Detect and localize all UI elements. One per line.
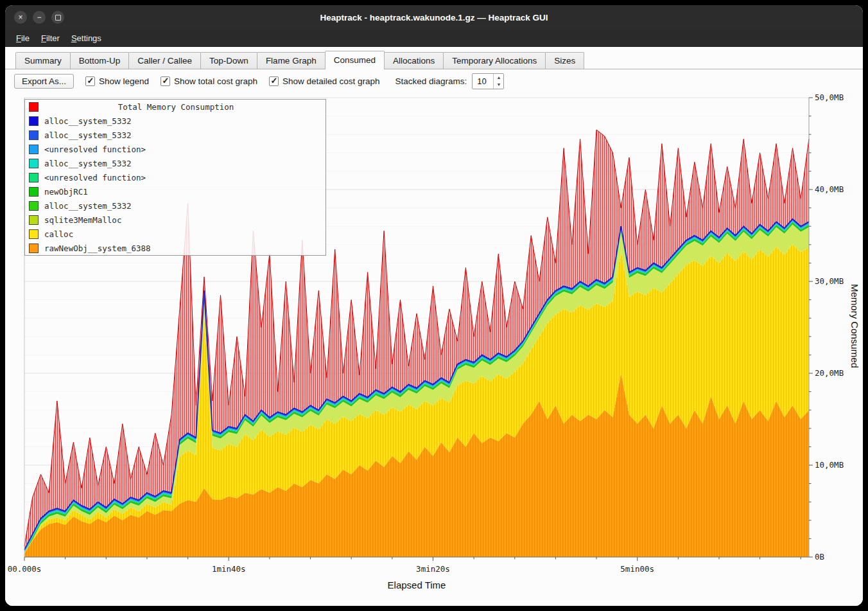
show-legend-label: Show legend [99,76,149,86]
y-tick-label: 10,0MB [815,460,844,470]
legend-swatch [29,229,39,239]
checkbox-show-detailed-cost[interactable]: Show detailed cost graph [269,76,380,86]
show-detailed-cost-label: Show detailed cost graph [282,76,380,86]
legend-label: alloc__system_5332 [44,159,131,168]
export-as-button[interactable]: Export As... [14,74,74,89]
maximize-button[interactable] [51,11,64,24]
window-titlebar[interactable]: × − Heaptrack - heaptrack.wakunode.1.gz … [5,5,863,30]
tab-caller-callee[interactable]: Caller / Callee [128,52,201,69]
legend-row: alloc__system_5332 [25,156,326,170]
legend-row: <unresolved function> [25,170,326,184]
spinbox-buttons: ▲ ▼ [493,74,503,89]
show-legend-checkbox[interactable] [85,76,95,86]
legend-swatch [29,215,39,225]
chart-area: 0B10,0MB20,0MB30,0MB40,0MB50,0MB00.000s1… [5,93,863,606]
minimize-icon: − [37,13,41,21]
y-tick-label: 50,0MB [815,93,844,102]
legend-row: calloc [25,227,326,241]
legend-row: alloc__system_5332 [25,114,326,128]
legend-label: calloc [44,229,73,239]
legend-label: newObjRC1 [44,187,88,197]
legend-row: sqlite3MemMalloc [25,213,326,227]
legend-row: rawNewObj__system_6388 [25,241,326,255]
menu-item-file[interactable]: File [10,31,35,46]
legend-swatch [29,145,39,154]
legend-swatch [29,159,39,168]
menubar: File Filter Settings [5,30,863,47]
x-tick-label: 3min20s [416,564,450,574]
tab-flame-graph[interactable]: Flame Graph [257,52,326,69]
legend-swatch-total [29,102,39,112]
app-window: × − Heaptrack - heaptrack.wakunode.1.gz … [5,5,863,606]
tab-allocations[interactable]: Allocations [384,52,444,69]
y-tick-label: 30,0MB [815,276,844,286]
tab-temporary-allocations[interactable]: Temporary Allocations [443,52,546,69]
legend-row: <unresolved function> [25,142,326,156]
close-button[interactable]: × [14,11,27,24]
window-title: Heaptrack - heaptrack.wakunode.1.gz — He… [320,13,548,22]
window-controls: × − [14,11,64,24]
maximize-icon [55,15,61,21]
y-axis-label: Memory Consumed [849,284,860,368]
stacked-diagrams-spinbox[interactable]: 10 ▲ ▼ [472,73,504,89]
spin-down-icon[interactable]: ▼ [494,81,503,89]
y-tick-label: 0B [815,552,824,562]
legend-label: <unresolved function> [44,173,146,182]
show-total-cost-label: Show total cost graph [174,76,257,86]
tab-summary[interactable]: Summary [15,52,71,69]
legend-label: alloc__system_5332 [44,201,131,211]
x-axis-label: Elapsed Time [24,580,809,590]
legend-swatch [29,173,39,182]
legend-swatch [29,201,39,211]
stacked-diagrams-label: Stacked diagrams: [395,76,467,86]
legend-row: alloc__system_5332 [25,128,326,142]
menu-item-filter[interactable]: Filter [35,31,65,46]
legend-row: newObjRC1 [25,184,326,199]
tab-sizes[interactable]: Sizes [545,52,584,69]
y-tick-label: 40,0MB [815,184,844,194]
legend-label: rawNewObj__system_6388 [44,244,151,253]
tab-bar: Summary Bottom-Up Caller / Callee Top-Do… [5,47,863,69]
legend-label: alloc__system_5332 [44,116,131,126]
legend-label: sqlite3MemMalloc [44,215,121,225]
checkbox-show-total-cost[interactable]: Show total cost graph [161,76,257,86]
legend-title-row: Total Memory Consumption [25,100,326,114]
menu-item-settings[interactable]: Settings [65,31,107,46]
tab-consumed[interactable]: Consumed [325,51,385,69]
legend-swatch [29,130,39,140]
tab-bottom-up[interactable]: Bottom-Up [70,52,130,69]
legend-swatch [29,244,39,253]
legend-swatch [29,116,39,126]
minimize-button[interactable]: − [33,11,46,24]
legend-row: alloc__system_5332 [25,199,326,213]
legend-title: Total Memory Consumption [44,102,322,112]
show-detailed-cost-checkbox[interactable] [269,76,279,86]
tab-top-down[interactable]: Top-Down [200,52,257,69]
x-tick-label: 00.000s [8,564,42,574]
spin-up-icon[interactable]: ▲ [494,74,503,82]
x-tick-label: 5min00s [620,564,654,574]
legend-swatch [29,187,39,197]
chart-legend: Total Memory Consumption alloc__system_5… [24,99,326,256]
legend-label: alloc__system_5332 [44,130,131,140]
stacked-diagrams-value: 10 [473,74,493,89]
x-tick-label: 1min40s [212,564,246,574]
legend-label: <unresolved function> [44,145,146,154]
y-tick-label: 20,0MB [815,368,844,378]
show-total-cost-checkbox[interactable] [161,76,170,86]
close-icon: × [18,13,22,21]
toolbar: Export As... Show legend Show total cost… [5,69,863,93]
checkbox-show-legend[interactable]: Show legend [85,76,149,86]
